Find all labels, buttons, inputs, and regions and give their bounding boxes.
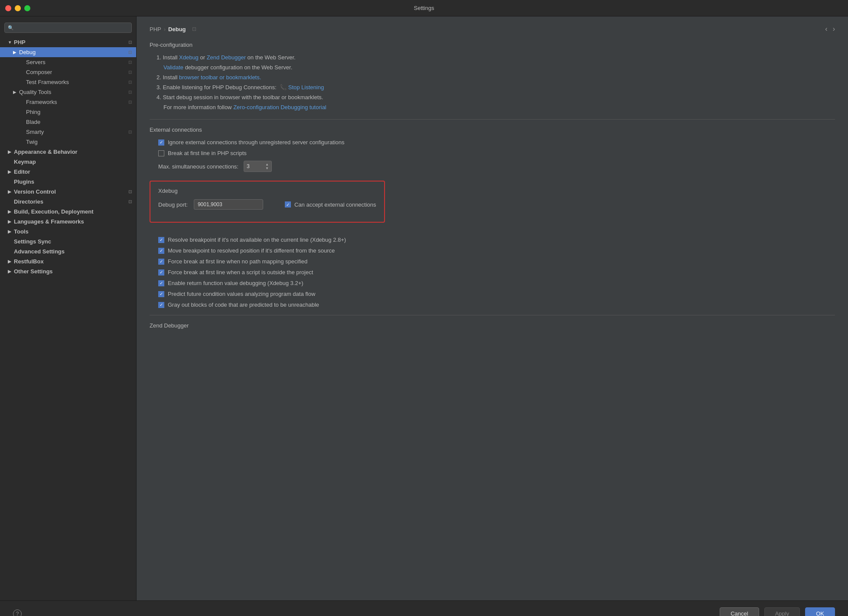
sidebar-item-other-settings[interactable]: ▶ Other Settings — [0, 266, 136, 276]
search-input[interactable] — [4, 23, 132, 33]
sidebar-item-plugins[interactable]: ▶ Plugins — [0, 177, 136, 187]
sidebar-item-appearance-behavior[interactable]: ▶ Appearance & Behavior — [0, 147, 136, 157]
sidebar-item-settings-sync[interactable]: ▶ Settings Sync — [0, 237, 136, 246]
step2-row: 2. Install browser toolbar or bookmarkle… — [157, 74, 835, 81]
sidebar-item-servers[interactable]: ▶ Servers ⊡ — [0, 57, 136, 67]
sidebar-item-smarty[interactable]: ▶ Smarty ⊡ — [0, 127, 136, 137]
sidebar-item-debug[interactable]: ▶ Debug ⊡ — [0, 47, 136, 57]
sidebar-item-directories[interactable]: ▶ Directories ⊡ — [0, 197, 136, 207]
step4-row: 4. Start debug session in browser with t… — [157, 94, 835, 101]
cancel-button[interactable]: Cancel — [720, 607, 759, 616]
predict-future-checkbox[interactable] — [158, 291, 164, 297]
spinner-arrows[interactable]: ▲ ▼ — [265, 162, 269, 170]
can-accept-row: Can accept external connections — [285, 201, 376, 208]
zero-config-link[interactable]: Zero-configuration Debugging tutorial — [233, 104, 326, 110]
sidebar-item-label: Appearance & Behavior — [14, 149, 78, 155]
debug-port-input[interactable] — [194, 199, 263, 210]
gray-out-blocks-row: Gray out blocks of code that are predict… — [150, 302, 835, 308]
help-icon[interactable]: ? — [13, 610, 22, 616]
ignore-external-row: Ignore external connections through unre… — [150, 139, 835, 146]
move-breakpoint-checkbox[interactable] — [158, 248, 164, 254]
xdebug-accept-row: Debug port: Can accept external connecti… — [158, 199, 376, 210]
xdebug-wrapper: Xdebug Debug port: Can accept external c… — [150, 181, 835, 230]
sidebar-item-composer[interactable]: ▶ Composer ⊡ — [0, 67, 136, 77]
content-area: PHP › Debug ⊡ ‹ › Pre-configuration 1. I… — [137, 16, 848, 600]
xdebug-link[interactable]: Xdebug — [179, 54, 199, 61]
ok-button[interactable]: OK — [805, 607, 835, 616]
force-break-outside-checkbox[interactable] — [158, 269, 164, 276]
chevron-right-icon: ▶ — [7, 209, 12, 214]
sidebar-item-advanced-settings[interactable]: ▶ Advanced Settings — [0, 246, 136, 256]
resolve-breakpoint-checkbox[interactable] — [158, 237, 164, 243]
sidebar-item-label: Editor — [14, 169, 30, 175]
zend-debugger-link[interactable]: Zend Debugger — [207, 54, 246, 61]
ignore-external-checkbox[interactable] — [158, 139, 164, 146]
resolve-breakpoint-row: Resolve breakpoint if it's not available… — [150, 237, 835, 243]
chevron-right-icon: ▶ — [12, 90, 17, 95]
move-breakpoint-row: Move breakpoint to resolved position if … — [150, 247, 835, 254]
validate-link[interactable]: Validate — [163, 64, 183, 71]
sidebar-item-label: Other Settings — [14, 268, 53, 275]
preconfiguration-list: 1. Install Xdebug or Zend Debugger on th… — [157, 54, 835, 110]
sidebar-item-label: Directories — [14, 198, 43, 205]
sidebar-item-build-execution-deployment[interactable]: ▶ Build, Execution, Deployment — [0, 207, 136, 217]
back-arrow[interactable]: ‹ — [825, 25, 827, 33]
sidebar-item-frameworks[interactable]: ▶ Frameworks ⊡ — [0, 97, 136, 107]
break-first-line-row: Break at first line in PHP scripts — [150, 150, 835, 156]
break-first-line-checkbox[interactable] — [158, 150, 164, 156]
can-accept-checkbox[interactable] — [285, 201, 291, 207]
apply-button[interactable]: Apply — [764, 607, 800, 616]
external-connections-section: Ignore external connections through unre… — [150, 139, 835, 172]
sidebar-item-restfulbox[interactable]: ▶ RestfulBox — [0, 256, 136, 266]
sidebar-item-tools[interactable]: ▶ Tools — [0, 227, 136, 237]
sidebar-item-editor[interactable]: ▶ Editor — [0, 167, 136, 177]
sidebar-item-twig[interactable]: ▶ Twig — [0, 137, 136, 147]
spinner-up-icon[interactable]: ▲ — [265, 162, 269, 166]
xdebug-options-list: Resolve breakpoint if it's not available… — [150, 237, 835, 308]
sync-icon: ⊡ — [128, 90, 132, 94]
sidebar-item-label: Tools — [14, 228, 29, 235]
sync-icon: ⊡ — [128, 50, 132, 55]
pin-icon: ⊡ — [192, 26, 196, 32]
sync-icon: ⊡ — [128, 199, 132, 204]
sidebar-item-label: Servers — [26, 59, 46, 65]
force-break-no-mapping-checkbox[interactable] — [158, 259, 164, 265]
sidebar-item-keymap[interactable]: ▶ Keymap — [0, 157, 136, 167]
sidebar-item-test-frameworks[interactable]: ▶ Test Frameworks ⊡ — [0, 77, 136, 87]
sidebar-item-version-control[interactable]: ▶ Version Control ⊡ — [0, 187, 136, 197]
search-container[interactable]: 🔍 — [4, 23, 132, 33]
sidebar: 🔍 ▾ PHP ⊡ ▶ Debug ⊡ ▶ Servers ⊡ ▶ Compos… — [0, 16, 137, 600]
max-connections-spinner[interactable]: 3 ▲ ▼ — [244, 161, 272, 172]
sidebar-item-label: Quality Tools — [19, 89, 51, 95]
sync-icon: ⊡ — [128, 80, 132, 84]
sidebar-item-languages-frameworks[interactable]: ▶ Languages & Frameworks — [0, 217, 136, 227]
sidebar-item-php[interactable]: ▾ PHP ⊡ — [0, 37, 136, 47]
enable-return-value-checkbox[interactable] — [158, 280, 164, 286]
predict-future-row: Predict future condition values analyzin… — [150, 291, 835, 297]
search-icon: 🔍 — [8, 25, 14, 31]
chevron-right-icon: ▶ — [7, 229, 12, 234]
enable-return-value-row: Enable return function value debugging (… — [150, 280, 835, 286]
sync-icon: ⊡ — [128, 40, 132, 45]
spinner-down-icon[interactable]: ▼ — [265, 166, 269, 170]
sidebar-item-label: Test Frameworks — [26, 79, 69, 85]
minimize-button[interactable] — [15, 5, 21, 11]
maximize-button[interactable] — [24, 5, 30, 11]
sidebar-item-quality-tools[interactable]: ▶ Quality Tools ⊡ — [0, 87, 136, 97]
sidebar-item-label: PHP — [14, 39, 26, 45]
stop-listening-link[interactable]: 📞 Stop Listening — [280, 84, 324, 91]
titlebar: Settings — [0, 0, 848, 16]
chevron-right-icon: ▶ — [7, 149, 12, 155]
sidebar-item-label: Plugins — [14, 178, 34, 185]
force-break-outside-row: Force break at first line when a script … — [150, 269, 835, 276]
sidebar-item-label: Phing — [26, 109, 40, 115]
sidebar-item-phing[interactable]: ▶ Phing — [0, 107, 136, 117]
forward-arrow[interactable]: › — [833, 25, 835, 33]
gray-out-blocks-checkbox[interactable] — [158, 302, 164, 308]
traffic-lights — [5, 5, 30, 11]
step4-sub: For more information follow Zero-configu… — [157, 104, 835, 110]
browser-toolbar-link[interactable]: browser toolbar or bookmarklets. — [179, 74, 261, 81]
close-button[interactable] — [5, 5, 11, 11]
sidebar-item-blade[interactable]: ▶ Blade — [0, 117, 136, 127]
chevron-right-icon: ▶ — [7, 189, 12, 195]
